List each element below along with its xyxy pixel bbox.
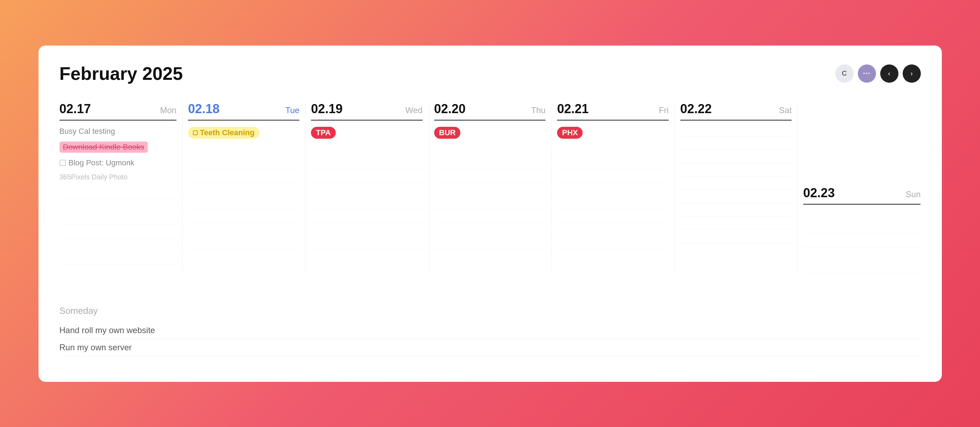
event-list-0220: BUR [434,126,546,140]
day-name-0223: Sun [906,190,921,199]
day-col-0218: 02.18 Tue Teeth Cleaning [182,102,305,274]
event-phx[interactable]: PHX [557,126,668,140]
someday-section: Someday Hand roll my own website Run my … [59,295,921,356]
day-name-0220: Thu [531,105,546,115]
day-name-0217: Mon [160,105,177,115]
event-list-0219: TPA [311,126,422,140]
event-list-0217: Busy Cal testing Download Kindle Books B… [59,126,177,183]
event-bur[interactable]: BUR [434,126,546,140]
day-col-0217: 02.17 Mon Busy Cal testing Download Kind… [59,102,182,274]
day-date-0218: 02.18 [188,102,220,116]
week-grid: 02.17 Mon Busy Cal testing Download Kind… [59,102,921,274]
tpa-badge: TPA [311,127,336,139]
day-name-0221: Fri [659,105,669,115]
row-lines-0223 [803,207,921,274]
row-lines-0221 [557,143,668,249]
row-lines-0217 [59,185,177,265]
day-date-0219: 02.19 [311,102,342,116]
event-busy-cal[interactable]: Busy Cal testing [59,126,177,137]
event-blog-post[interactable]: Blog Post: Ugmonk [59,157,177,169]
day-header-0220: 02.20 Thu [434,102,546,121]
day-col-0222: 02.22 Sat [675,102,798,274]
day-header-0219: 02.19 Wed [311,102,422,121]
day-date-0223: 02.23 [803,186,835,200]
header-controls: C ··· ‹ › [835,64,921,83]
day-name-0222: Sat [779,105,792,115]
row-lines-0222 [680,123,792,243]
row-lines-0218 [188,143,299,249]
day-header-0218: 02.18 Tue [188,102,299,121]
day-col-0219: 02.19 Wed TPA [305,102,428,274]
someday-title: Someday [59,306,921,316]
day-col-0223: 02.23 Sun [798,102,921,274]
checkbox-icon [59,160,66,166]
day-name-0219: Wed [406,105,423,115]
calendar-container: February 2025 C ··· ‹ › 02.17 Mon Busy C… [38,46,942,382]
badge-checkbox-icon [193,130,198,135]
someday-item-0[interactable]: Hand roll my own website [59,322,921,339]
event-tpa[interactable]: TPA [311,126,422,140]
bur-badge: BUR [434,127,461,139]
day-header-0221: 02.21 Fri [557,102,668,121]
day-date-0217: 02.17 [59,102,91,116]
prev-button[interactable]: ‹ [880,64,899,83]
day-header-0223: 02.23 Sun [803,186,921,205]
day-name-0218: Tue [285,105,299,115]
day-header-0217: 02.17 Mon [59,102,177,121]
someday-item-1[interactable]: Run my own server [59,339,921,356]
event-list-0218: Teeth Cleaning [188,126,299,140]
day-col-0221: 02.21 Fri PHX [552,102,675,274]
row-lines-0219 [311,143,422,249]
teeth-cleaning-badge: Teeth Cleaning [188,127,259,139]
row-lines-0220 [434,143,546,249]
day-date-0220: 02.20 [434,102,466,116]
event-teeth-cleaning[interactable]: Teeth Cleaning [188,126,299,140]
event-list-0221: PHX [557,126,668,140]
day-date-0221: 02.21 [557,102,589,116]
avatar-dots[interactable]: ··· [858,64,876,83]
event-365pixels[interactable]: 365Pixels Daily Photo [59,172,177,183]
avatar-c[interactable]: C [835,64,854,83]
calendar-title: February 2025 [59,63,183,84]
phx-badge: PHX [557,127,582,139]
day-header-0222: 02.22 Sat [680,102,792,121]
day-col-0220: 02.20 Thu BUR [428,102,552,274]
calendar-header: February 2025 C ··· ‹ › [59,63,921,84]
next-button[interactable]: › [903,64,921,83]
day-date-0222: 02.22 [680,102,712,116]
event-download-kindle[interactable]: Download Kindle Books [59,140,177,154]
